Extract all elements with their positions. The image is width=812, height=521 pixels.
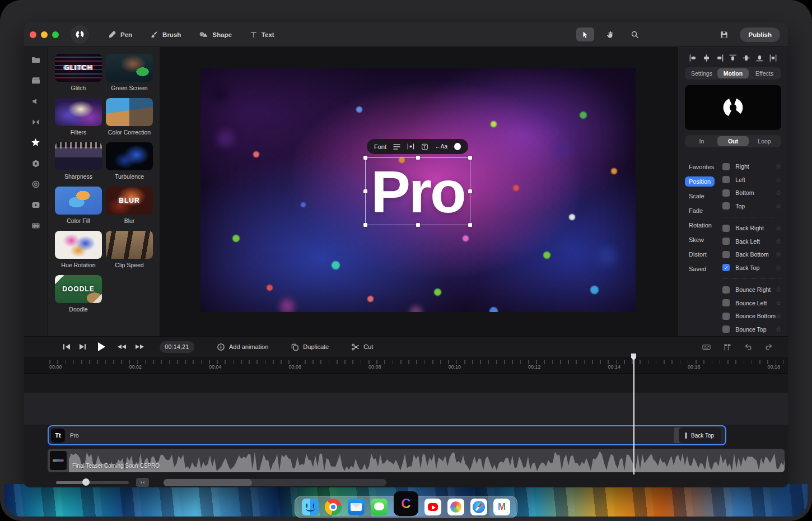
favorite-star-icon[interactable]: ☆	[776, 313, 781, 319]
search-button[interactable]	[626, 27, 643, 41]
text-box-icon[interactable]	[421, 143, 428, 151]
chrome-icon[interactable]	[325, 499, 342, 515]
favorite-star-icon[interactable]: ☆	[776, 286, 781, 293]
keyboard-shortcuts-icon[interactable]	[702, 343, 711, 351]
animation-option-row[interactable]: Bounce Top ☆	[722, 325, 781, 334]
checkbox[interactable]	[722, 202, 730, 210]
checkbox[interactable]	[722, 225, 730, 232]
resize-handle[interactable]	[363, 189, 367, 193]
text-tool[interactable]: Text	[250, 31, 274, 39]
mail-icon[interactable]	[348, 499, 365, 515]
motion-category[interactable]: Rotation	[685, 220, 716, 230]
effect-item[interactable]: BLUR Blur	[106, 187, 153, 224]
clapperboard-icon[interactable]	[31, 76, 40, 85]
motion-category[interactable]: Saved	[685, 264, 710, 274]
motion-category[interactable]: Distort	[685, 249, 711, 259]
animation-option-row[interactable]: Bounce Bottom ☆	[722, 311, 781, 320]
resize-handle[interactable]	[468, 156, 472, 160]
redo-icon[interactable]	[764, 343, 773, 351]
playhead[interactable]	[631, 353, 636, 475]
brush-tool[interactable]: Brush	[150, 30, 181, 39]
motion-category[interactable]: Skew	[685, 235, 708, 245]
resize-handle[interactable]	[416, 223, 420, 227]
checkbox[interactable]	[722, 163, 730, 170]
add-animation-button[interactable]: Add animation	[217, 343, 268, 351]
video-play-icon[interactable]	[31, 200, 40, 210]
animation-option-row[interactable]: Back Bottom ☆	[722, 250, 781, 259]
checkbox[interactable]	[722, 313, 730, 320]
timeline-ruler[interactable]: 00:0000:0200:0400:0600:0800:1000:1200:14…	[24, 357, 788, 374]
effect-item[interactable]: Sharpness	[55, 142, 102, 180]
playback-tab[interactable]: Out	[717, 136, 749, 146]
messages-icon[interactable]	[371, 499, 388, 515]
effects-star-icon[interactable]	[31, 138, 40, 147]
fit-timeline-button[interactable]: ›‹	[136, 478, 149, 487]
align-left-icon[interactable]	[689, 54, 697, 62]
resize-handle[interactable]	[363, 156, 367, 160]
effect-thumbnail[interactable]	[55, 98, 102, 126]
motion-category[interactable]: Position	[685, 176, 715, 187]
animation-option-row[interactable]: Left ☆	[722, 175, 781, 184]
effect-thumbnail[interactable]	[106, 98, 153, 126]
effect-thumbnail[interactable]	[55, 187, 102, 215]
favorite-star-icon[interactable]: ☆	[776, 264, 781, 271]
flags-icon[interactable]	[723, 343, 732, 351]
motion-category[interactable]: Favorites	[685, 162, 718, 172]
favorite-star-icon[interactable]: ☆	[776, 225, 781, 231]
favorite-star-icon[interactable]: ☆	[776, 189, 781, 196]
favorite-star-icon[interactable]: ☆	[776, 163, 781, 170]
finder-icon[interactable]	[302, 499, 319, 515]
effect-thumbnail[interactable]	[55, 142, 102, 170]
effect-item[interactable]: Turbulence	[106, 142, 153, 180]
effect-item[interactable]: Clip Speed	[106, 231, 153, 268]
effect-item[interactable]: GLITCH Glitch	[55, 54, 102, 91]
checkbox[interactable]	[722, 176, 730, 183]
motion-category[interactable]: Fade	[685, 206, 707, 216]
effect-item[interactable]: DOODLE Doodle	[55, 275, 102, 313]
animation-option-row[interactable]: Back Top ☆	[722, 263, 781, 272]
checkbox[interactable]	[722, 251, 730, 258]
timeline-scrollbar-thumb[interactable]	[164, 479, 252, 486]
effect-thumbnail[interactable]: DOODLE	[55, 275, 102, 303]
align-lines-icon[interactable]	[393, 143, 400, 150]
shape-tool[interactable]: Shape	[199, 30, 232, 39]
checkbox[interactable]	[722, 286, 730, 294]
effect-thumbnail[interactable]	[106, 231, 153, 259]
animation-option-row[interactable]: Right ☆	[722, 162, 781, 171]
transition-icon[interactable]	[31, 117, 40, 127]
safari-icon[interactable]	[470, 499, 487, 515]
inspector-tab[interactable]: Motion	[717, 68, 749, 78]
effect-thumbnail[interactable]	[106, 54, 153, 82]
fast-forward-button[interactable]	[136, 345, 144, 349]
skip-to-end-button[interactable]	[80, 344, 86, 350]
align-bottom-icon[interactable]	[755, 54, 764, 62]
media-folder-icon[interactable]	[31, 55, 40, 64]
animation-option-row[interactable]: Bounce Right ☆	[722, 285, 781, 294]
favorite-star-icon[interactable]: ☆	[776, 176, 781, 183]
align-center-h-icon[interactable]	[702, 54, 711, 62]
record-icon[interactable]	[31, 179, 40, 189]
checkbox[interactable]	[722, 238, 730, 245]
timeline-zoom-slider[interactable]	[56, 481, 129, 484]
text-size-control[interactable]: ←Aa	[435, 143, 447, 150]
resize-handle[interactable]	[363, 223, 367, 227]
playback-tab[interactable]: In	[686, 136, 717, 146]
align-center-v-icon[interactable]	[742, 54, 750, 62]
youtube-icon[interactable]	[424, 499, 441, 515]
play-button[interactable]	[98, 342, 105, 351]
align-right-icon[interactable]	[716, 54, 724, 62]
playback-tab[interactable]: Loop	[749, 136, 780, 146]
zoom-slider-thumb[interactable]	[82, 478, 90, 486]
effect-item[interactable]: Filters	[55, 98, 102, 136]
effect-item[interactable]: Hue Rotation	[55, 231, 102, 268]
effect-thumbnail[interactable]: GLITCH	[55, 54, 102, 82]
animation-option-row[interactable]: Back Left ☆	[722, 237, 781, 246]
effect-thumbnail[interactable]	[106, 142, 153, 170]
audio-track-clip[interactable]: Final Teaser Coming Soon CSPRO	[48, 449, 785, 472]
animation-option-row[interactable]: Top ☆	[722, 202, 781, 211]
checkbox[interactable]	[722, 189, 730, 197]
favorite-star-icon[interactable]: ☆	[776, 203, 781, 210]
effect-item[interactable]: Green Screen	[106, 54, 153, 91]
effect-item[interactable]: Color Fill	[55, 187, 102, 224]
skip-to-start-button[interactable]	[63, 344, 70, 350]
